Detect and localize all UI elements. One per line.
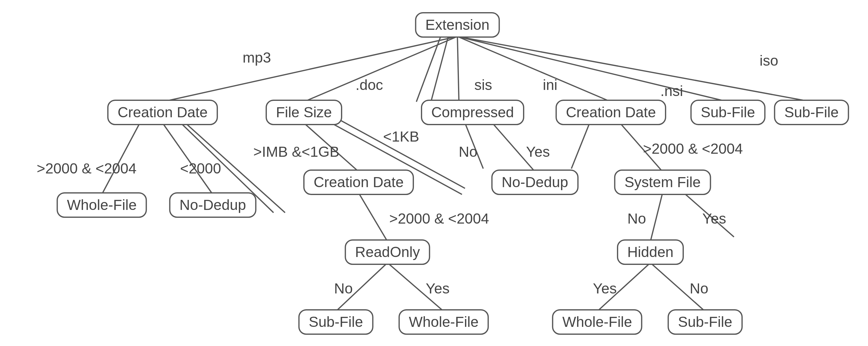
edge-label-doc-1mb1gb: >IMB &<1GB: [253, 145, 339, 159]
node-ini-hidden: Hidden: [617, 240, 684, 265]
node-ini-creationdate: Creation Date: [556, 100, 666, 125]
tree-edge: [102, 123, 140, 194]
edge-label-mp3-lt2000: <2000: [180, 161, 221, 176]
edge-label-sis: sis: [474, 78, 492, 92]
edge-label-doc-lt1kb: <1KB: [383, 129, 420, 144]
edge-label-doc-ro-yes: Yes: [426, 281, 450, 296]
node-ini-subfile: Sub-File: [668, 309, 743, 335]
tree-edge: [457, 36, 728, 102]
tree-edge: [571, 123, 590, 168]
node-doc-wholefile: Whole-File: [398, 309, 489, 335]
tree-edge: [650, 193, 662, 242]
edge-label-doc-ro-no: No: [334, 281, 352, 296]
node-nsi-subfile: Sub-File: [690, 100, 766, 125]
edge-label-doc: .doc: [355, 78, 383, 92]
edge-label-ini-hid-no: No: [690, 281, 708, 296]
edge-label-mp3: mp3: [243, 51, 271, 65]
node-mp3-wholefile: Whole-File: [57, 192, 147, 218]
node-ini-wholefile: Whole-File: [552, 309, 642, 335]
node-doc-subfile: Sub-File: [299, 309, 374, 335]
edge-label-ini-sys-yes: Yes: [702, 212, 726, 226]
node-iso-subfile: Sub-File: [774, 100, 849, 125]
node-mp3-nodedup: No-Dedup: [169, 192, 256, 218]
edge-label-nsi: .nsi: [660, 84, 683, 98]
edge-label-iso: iso: [760, 54, 778, 68]
edge-label-doc-cd-range: >2000 & <2004: [389, 212, 489, 226]
node-ini-systemfile: System File: [614, 169, 711, 195]
node-doc-readonly: ReadOnly: [345, 240, 430, 265]
tree-edge: [431, 36, 448, 102]
tree-edge: [457, 36, 459, 102]
edge-label-mp3-range: >2000 & <2004: [37, 161, 136, 176]
edge-label-ini-cd-range: >2000 & <2004: [643, 141, 743, 156]
node-extension: Extension: [415, 12, 500, 38]
decision-tree-diagram: Extension Creation Date Whole-File No-De…: [0, 0, 868, 346]
edge-label-sis-yes: Yes: [526, 145, 550, 159]
edge-label-ini: ini: [543, 78, 557, 92]
edge-label-ini-hid-yes: Yes: [593, 281, 617, 296]
tree-edge: [163, 36, 457, 102]
tree-edge: [163, 123, 213, 194]
node-doc-filesize: File Size: [266, 100, 342, 125]
node-sis-compressed: Compressed: [421, 100, 524, 125]
tree-edge: [457, 36, 811, 102]
edge-label-sis-no: No: [459, 145, 477, 159]
tree-edge: [416, 36, 441, 102]
edge-label-ini-sys-no: No: [627, 212, 646, 226]
node-doc-creationdate: Creation Date: [303, 169, 414, 195]
node-sis-nodedup: No-Dedup: [491, 169, 579, 195]
tree-edge: [359, 193, 388, 242]
node-mp3-creationdate: Creation Date: [107, 100, 218, 125]
